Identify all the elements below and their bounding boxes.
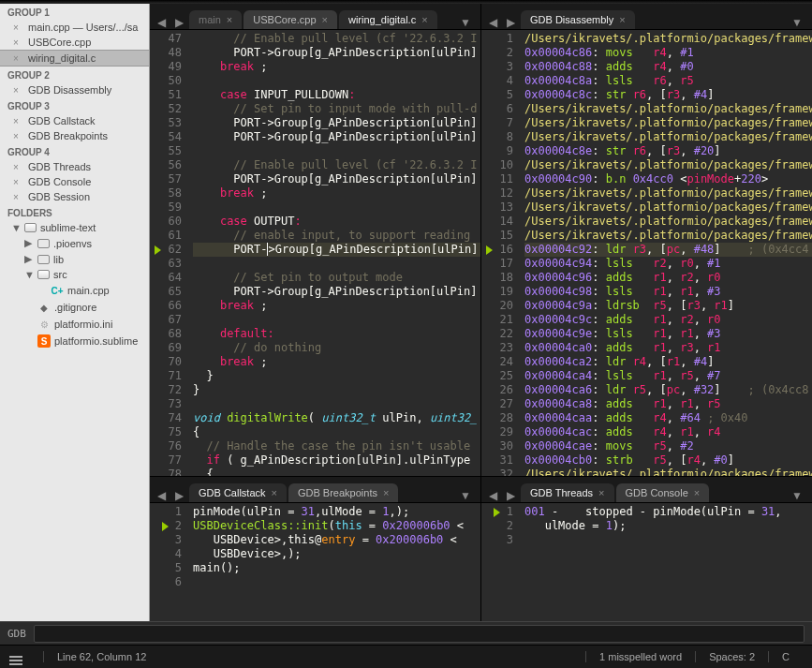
tab-label: GDB Breakpoints bbox=[298, 487, 377, 498]
tree-label: src bbox=[53, 269, 67, 280]
tab-menu-icon[interactable]: ▼ bbox=[454, 489, 477, 502]
tab-prev-icon[interactable]: ◀ bbox=[154, 16, 170, 29]
sidebar-open-file[interactable]: ×GDB Callstack bbox=[0, 113, 149, 128]
sidebar-open-file[interactable]: ×GDB Disassembly bbox=[0, 82, 149, 97]
folders-header: FOLDERS bbox=[0, 204, 149, 220]
sidebar-open-file[interactable]: ×GDB Session bbox=[0, 189, 149, 204]
pane-editor: ◀▶main×USBCore.cpp×wiring_digital.c×▼474… bbox=[150, 4, 480, 476]
status-spaces[interactable]: Spaces: 2 bbox=[695, 651, 768, 662]
sidebar-open-file[interactable]: ×GDB Threads bbox=[0, 159, 149, 174]
tab-label: GDB Callstack bbox=[199, 487, 266, 498]
pane-disassembly: ◀▶GDB Disassembly×▼123456789101112131415… bbox=[480, 4, 812, 476]
tree-item[interactable]: ▶.pioenvs bbox=[0, 235, 149, 251]
tree-label: platformio.sublime bbox=[54, 335, 138, 347]
sidebar-open-file[interactable]: ×main.cpp — Users/.../sa bbox=[0, 20, 149, 35]
close-icon[interactable]: × bbox=[619, 14, 625, 25]
tab-menu-icon[interactable]: ▼ bbox=[786, 489, 808, 502]
tree-item[interactable]: Splatformio.sublime bbox=[0, 333, 149, 349]
close-icon[interactable]: × bbox=[598, 487, 604, 498]
disclosure-arrow[interactable]: ▼ bbox=[11, 222, 21, 233]
close-icon[interactable]: × bbox=[694, 487, 700, 498]
tree-item[interactable]: ▼src bbox=[0, 267, 149, 282]
code-area[interactable]: pinMode(ulPin = 31,ulMode = 1,);USBDevic… bbox=[187, 503, 480, 621]
tab[interactable]: GDB Callstack× bbox=[189, 483, 287, 502]
close-icon[interactable]: × bbox=[13, 116, 22, 126]
close-icon[interactable]: × bbox=[13, 162, 22, 172]
folder-icon bbox=[37, 239, 50, 248]
folder-icon bbox=[37, 255, 50, 264]
status-position: Line 62, Column 12 bbox=[43, 651, 159, 662]
file-label: main.cpp — Users/.../sa bbox=[28, 22, 138, 33]
tree-label: .pioenvs bbox=[53, 238, 92, 249]
tab-next-icon[interactable]: ▶ bbox=[171, 489, 187, 502]
tree-label: .gitignore bbox=[54, 302, 96, 313]
tab-label: USBCore.cpp bbox=[253, 14, 316, 25]
tab[interactable]: wiring_digital.c× bbox=[339, 10, 437, 29]
tab-prev-icon[interactable]: ◀ bbox=[154, 489, 170, 502]
disclosure-arrow[interactable]: ▶ bbox=[24, 253, 34, 265]
file-label: GDB Session bbox=[28, 191, 90, 202]
close-icon[interactable]: × bbox=[13, 53, 22, 64]
sidebar-open-file[interactable]: ×GDB Console bbox=[0, 174, 149, 189]
code-area[interactable]: // Enable pull level (cf '22.6.3.2 I POR… bbox=[187, 30, 480, 476]
sidebar-group-header: GROUP 4 bbox=[0, 143, 149, 159]
tab-next-icon[interactable]: ▶ bbox=[503, 489, 519, 502]
file-label: wiring_digital.c bbox=[28, 52, 96, 64]
tree-item[interactable]: C+main.cpp bbox=[0, 282, 149, 299]
tab-label: main bbox=[199, 14, 221, 25]
sidebar-open-file[interactable]: ×wiring_digital.c bbox=[0, 50, 149, 67]
close-icon[interactable]: × bbox=[227, 14, 232, 25]
tabbar: ◀▶GDB Disassembly×▼ bbox=[481, 4, 812, 30]
gdb-input[interactable] bbox=[34, 625, 805, 643]
close-icon[interactable]: × bbox=[13, 177, 22, 187]
close-icon[interactable]: × bbox=[421, 14, 427, 25]
close-icon[interactable]: × bbox=[13, 192, 22, 202]
tree-item[interactable]: ▶lib bbox=[0, 251, 149, 267]
tab[interactable]: GDB Disassembly× bbox=[521, 10, 635, 29]
tree-label: main.cpp bbox=[67, 285, 110, 296]
tree-item[interactable]: ⚙platformio.ini bbox=[0, 316, 149, 333]
close-icon[interactable]: × bbox=[13, 37, 22, 48]
close-icon[interactable]: × bbox=[13, 22, 22, 33]
disclosure-arrow[interactable]: ▶ bbox=[24, 237, 34, 249]
exec-marker-icon bbox=[155, 245, 161, 255]
menu-icon[interactable] bbox=[9, 648, 43, 665]
tree-item[interactable]: ◆.gitignore bbox=[0, 299, 149, 316]
gutter: 474849505152535455565758596061 626364656… bbox=[150, 30, 187, 476]
sidebar-open-file[interactable]: ×GDB Breakpoints bbox=[0, 128, 149, 143]
code-area[interactable]: /Users/ikravets/.platformio/packages/fra… bbox=[519, 30, 812, 476]
code-area[interactable]: 001 - stopped - pinMode(ulPin = 31, ulMo… bbox=[519, 503, 812, 621]
status-lang[interactable]: C bbox=[768, 651, 803, 662]
tab-menu-icon[interactable]: ▼ bbox=[786, 16, 808, 29]
tab[interactable]: USBCore.cpp× bbox=[244, 10, 337, 29]
close-icon[interactable]: × bbox=[272, 487, 277, 498]
tab-next-icon[interactable]: ▶ bbox=[171, 16, 187, 29]
tab[interactable]: GDB Breakpoints× bbox=[288, 483, 398, 502]
tabbar: ◀▶main×USBCore.cpp×wiring_digital.c×▼ bbox=[150, 4, 480, 30]
tab-label: GDB Disassembly bbox=[530, 14, 613, 25]
tab[interactable]: main× bbox=[189, 10, 242, 29]
status-spell[interactable]: 1 misspelled word bbox=[585, 651, 695, 662]
tab[interactable]: GDB Console× bbox=[616, 483, 710, 502]
sidebar-group-header: GROUP 2 bbox=[0, 67, 149, 82]
tree-label: sublime-text bbox=[40, 222, 96, 233]
sidebar: GROUP 1×main.cpp — Users/.../sa×USBCore.… bbox=[0, 4, 150, 621]
tab-next-icon[interactable]: ▶ bbox=[503, 16, 519, 29]
file-label: GDB Disassembly bbox=[28, 84, 111, 96]
close-icon[interactable]: × bbox=[383, 487, 389, 498]
close-icon[interactable]: × bbox=[322, 14, 328, 25]
tree-item[interactable]: ▼sublime-text bbox=[0, 220, 149, 235]
folder-open-icon bbox=[24, 223, 37, 232]
disclosure-arrow[interactable]: ▼ bbox=[24, 269, 34, 280]
close-icon[interactable]: × bbox=[13, 131, 22, 141]
file-label: GDB Threads bbox=[28, 161, 91, 172]
pane-threads: ◀▶GDB Threads×GDB Console×▼ 123001 - sto… bbox=[480, 477, 812, 621]
exec-marker-icon bbox=[162, 522, 169, 531]
tab-prev-icon[interactable]: ◀ bbox=[485, 489, 501, 502]
close-icon[interactable]: × bbox=[13, 85, 22, 96]
tab[interactable]: GDB Threads× bbox=[521, 483, 614, 502]
status-bar: Line 62, Column 12 1 misspelled word Spa… bbox=[0, 645, 812, 668]
tab-menu-icon[interactable]: ▼ bbox=[454, 16, 477, 29]
sidebar-open-file[interactable]: ×USBCore.cpp bbox=[0, 35, 149, 50]
tab-prev-icon[interactable]: ◀ bbox=[485, 16, 501, 29]
